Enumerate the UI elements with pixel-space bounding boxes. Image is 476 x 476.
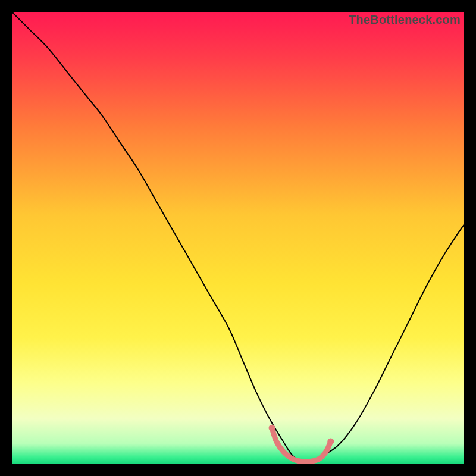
curve-layer	[12, 12, 464, 464]
chart-stage: TheBottleneck.com	[0, 0, 476, 476]
bottleneck-curve	[12, 12, 464, 462]
plot-area: TheBottleneck.com	[12, 12, 464, 464]
optimal-range-marker	[269, 425, 334, 462]
svg-point-1	[269, 425, 275, 431]
svg-point-2	[327, 439, 334, 445]
